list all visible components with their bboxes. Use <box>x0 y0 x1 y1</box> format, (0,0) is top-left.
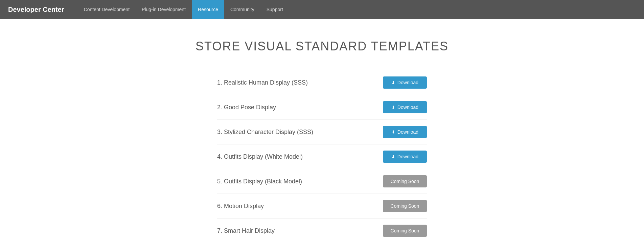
template-row: 1. Realistic Human Display (SSS)⬇Downloa… <box>217 70 427 95</box>
nav-link-content-development[interactable]: Content Development <box>78 0 136 19</box>
download-button[interactable]: ⬇Download <box>383 151 427 163</box>
template-row: 8. ActorCore Actor DisplayComing Soon <box>217 243 427 249</box>
nav-link-plug-in-development[interactable]: Plug-in Development <box>136 0 192 19</box>
template-row: 2. Good Pose Display⬇Download <box>217 95 427 120</box>
template-name: 2. Good Pose Display <box>217 104 276 111</box>
download-icon: ⬇ <box>391 154 395 159</box>
download-icon: ⬇ <box>391 105 395 110</box>
template-row: 4. Outfits Display (White Model)⬇Downloa… <box>217 144 427 169</box>
download-label: Download <box>397 129 418 135</box>
download-icon: ⬇ <box>391 130 395 135</box>
coming-soon-button: Coming Soon <box>383 200 427 212</box>
nav-links: Content DevelopmentPlug-in DevelopmentRe… <box>78 0 289 19</box>
template-row: 6. Motion DisplayComing Soon <box>217 194 427 219</box>
download-label: Download <box>397 80 418 85</box>
template-row: 5. Outfits Display (Black Model)Coming S… <box>217 169 427 194</box>
template-name: 6. Motion Display <box>217 203 264 210</box>
nav-link-resource[interactable]: Resource <box>192 0 224 19</box>
page-title: STORE VISUAL STANDARD TEMPLATES <box>196 39 448 53</box>
nav-link-support[interactable]: Support <box>260 0 289 19</box>
download-label: Download <box>397 105 418 110</box>
template-name: 7. Smart Hair Display <box>217 227 275 234</box>
template-name: 5. Outfits Display (Black Model) <box>217 178 302 185</box>
template-row: 3. Stylized Character Display (SSS)⬇Down… <box>217 120 427 144</box>
coming-soon-button: Coming Soon <box>383 175 427 187</box>
template-name: 1. Realistic Human Display (SSS) <box>217 79 308 86</box>
navbar: Developer Center Content DevelopmentPlug… <box>0 0 644 19</box>
download-icon: ⬇ <box>391 80 395 85</box>
template-row: 7. Smart Hair DisplayComing Soon <box>217 219 427 243</box>
template-name: 4. Outfits Display (White Model) <box>217 153 303 160</box>
templates-list: 1. Realistic Human Display (SSS)⬇Downloa… <box>217 70 427 249</box>
coming-soon-button: Coming Soon <box>383 225 427 237</box>
download-button[interactable]: ⬇Download <box>383 101 427 113</box>
download-button[interactable]: ⬇Download <box>383 126 427 138</box>
template-name: 3. Stylized Character Display (SSS) <box>217 129 313 136</box>
download-button[interactable]: ⬇Download <box>383 76 427 89</box>
main-content: STORE VISUAL STANDARD TEMPLATES 1. Reali… <box>0 19 644 249</box>
nav-link-community[interactable]: Community <box>224 0 260 19</box>
brand-logo: Developer Center <box>8 6 64 14</box>
download-label: Download <box>397 154 418 159</box>
